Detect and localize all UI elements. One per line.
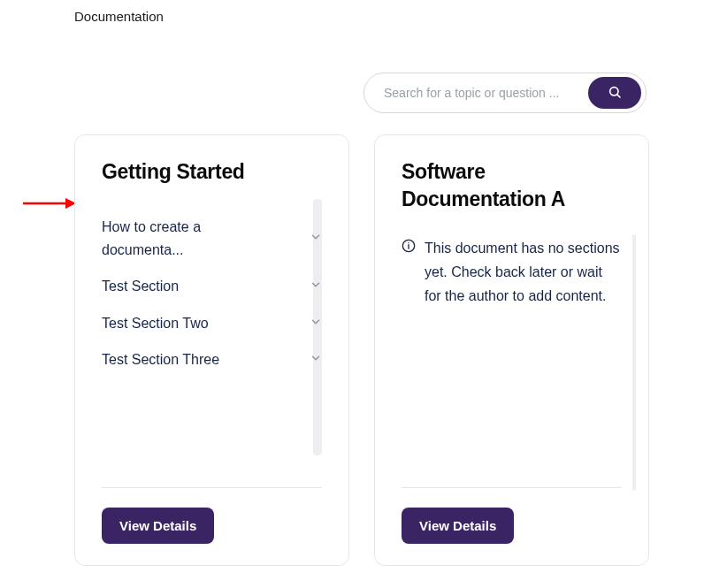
card-grid: Getting Started How to create a document… — [74, 134, 649, 566]
doc-card-software-a: Software Documentation A This document h… — [374, 134, 649, 566]
card-title: Software Documentation A — [402, 158, 622, 213]
chevron-down-icon — [310, 231, 322, 247]
section-item[interactable]: Test Section Three — [102, 341, 322, 378]
section-item[interactable]: Test Section Two — [102, 305, 322, 342]
scroll-indicator — [632, 234, 636, 491]
divider — [102, 487, 322, 488]
annotation-arrow — [23, 197, 76, 213]
section-item[interactable]: How to create a documenta... — [102, 209, 322, 268]
section-label: Test Section Three — [102, 348, 219, 371]
info-icon — [402, 239, 416, 256]
chevron-down-icon — [310, 316, 322, 332]
search-container — [363, 73, 647, 113]
section-label: Test Section Two — [102, 312, 209, 335]
section-list: How to create a documenta... Test Sectio… — [102, 209, 322, 378]
search-icon — [608, 85, 622, 102]
search-button[interactable] — [588, 77, 641, 109]
svg-line-1 — [617, 94, 620, 96]
section-label: Test Section — [102, 275, 179, 298]
chevron-down-icon — [310, 279, 322, 294]
card-title: Getting Started — [102, 158, 322, 186]
view-details-button[interactable]: View Details — [102, 508, 214, 544]
doc-card-getting-started: Getting Started How to create a document… — [74, 134, 349, 566]
divider — [402, 487, 622, 488]
search-input[interactable] — [384, 86, 588, 100]
empty-state: This document has no sections yet. Check… — [402, 236, 622, 309]
view-details-button[interactable]: View Details — [402, 508, 514, 544]
page-title: Documentation — [74, 9, 164, 24]
section-label: How to create a documenta... — [102, 216, 279, 261]
chevron-down-icon — [310, 352, 322, 368]
section-item[interactable]: Test Section — [102, 268, 322, 305]
empty-state-text: This document has no sections yet. Check… — [425, 236, 622, 309]
